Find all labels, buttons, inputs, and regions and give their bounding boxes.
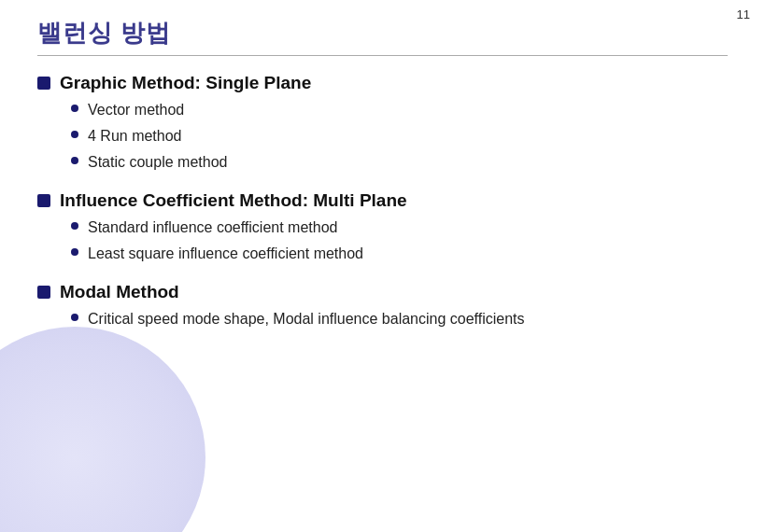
- sub-bullets-3: Critical speed mode shape, Modal influen…: [71, 308, 728, 330]
- sub-item-2-2: Least square influence coefficient metho…: [88, 243, 363, 265]
- sub-item-1-1: Vector method: [88, 99, 184, 121]
- list-item: Least square influence coefficient metho…: [71, 243, 728, 265]
- main-bullet-icon: [37, 77, 50, 90]
- section-influence-coefficient: Influence Coefficient Method: Multi Plan…: [37, 190, 728, 265]
- list-item: Critical speed mode shape, Modal influen…: [71, 308, 728, 330]
- sub-bullet-dot: [71, 131, 78, 138]
- main-bullet-row: Influence Coefficient Method: Multi Plan…: [37, 190, 728, 211]
- list-item: Static couple method: [71, 151, 728, 174]
- section-heading-2: Influence Coefficient Method: Multi Plan…: [60, 190, 407, 211]
- sub-bullet-dot: [71, 314, 78, 321]
- page-number: 11: [737, 7, 750, 21]
- section-modal-method: Modal Method Critical speed mode shape, …: [37, 282, 728, 330]
- list-item: Standard influence coefficient method: [71, 217, 728, 239]
- main-bullet-row: Graphic Method: Single Plane: [37, 73, 728, 93]
- sub-bullet-dot: [71, 105, 78, 112]
- sub-bullets-2: Standard influence coefficient method Le…: [71, 217, 728, 265]
- sub-bullet-dot: [71, 157, 78, 164]
- main-bullet-row: Modal Method: [37, 282, 728, 302]
- section-heading-3: Modal Method: [60, 282, 179, 302]
- list-item: 4 Run method: [71, 125, 728, 147]
- main-bullet-icon: [37, 194, 50, 207]
- sub-bullets-1: Vector method 4 Run method Static couple…: [71, 99, 728, 174]
- sub-bullet-dot: [71, 248, 78, 256]
- sub-item-2-1: Standard influence coefficient method: [88, 217, 337, 239]
- list-item: Vector method: [71, 99, 728, 121]
- title-divider: [37, 55, 728, 56]
- sub-item-1-2: 4 Run method: [88, 125, 182, 147]
- sub-item-1-3: Static couple method: [88, 151, 227, 174]
- sub-item-3-1: Critical speed mode shape, Modal influen…: [88, 308, 525, 330]
- sub-bullet-dot: [71, 222, 78, 230]
- section-heading-1: Graphic Method: Single Plane: [60, 73, 311, 93]
- slide-container: 11 밸런싱 방법 Graphic Method: Single Plane V…: [0, 0, 765, 532]
- slide-content: 밸런싱 방법 Graphic Method: Single Plane Vect…: [0, 0, 765, 366]
- section-graphic-method: Graphic Method: Single Plane Vector meth…: [37, 73, 728, 174]
- slide-title: 밸런싱 방법: [37, 17, 728, 49]
- main-bullet-icon: [37, 286, 50, 299]
